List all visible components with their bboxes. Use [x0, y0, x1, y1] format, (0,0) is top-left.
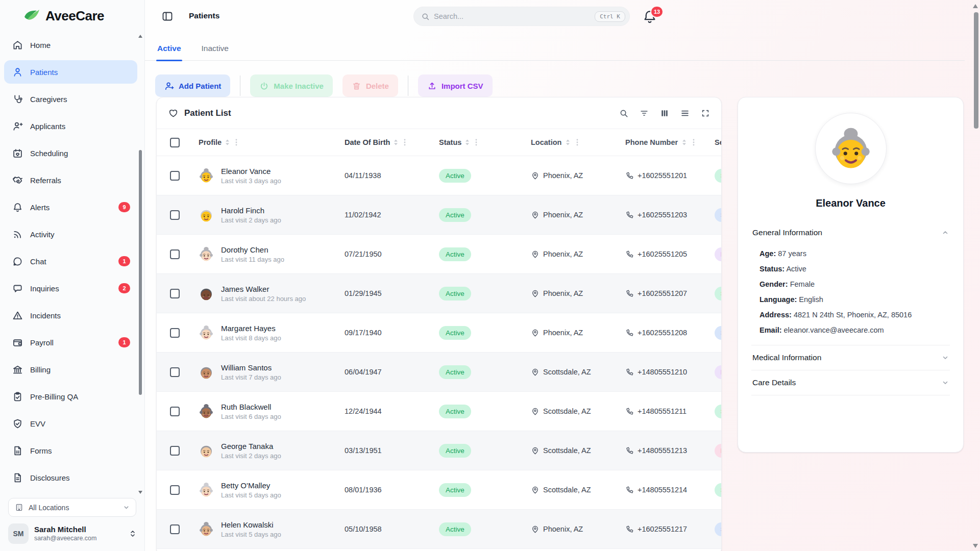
- add-patient-button[interactable]: Add Patient: [155, 74, 230, 97]
- table-row[interactable]: Ruth Blackwell Last visit 6 days ago 12/…: [157, 392, 721, 431]
- table-row[interactable]: Eleanor Vance Last visit 3 days ago 04/1…: [157, 156, 721, 195]
- sidebar-item-forms[interactable]: Forms: [4, 439, 137, 462]
- divider: [751, 395, 950, 395]
- delete-button[interactable]: Delete: [342, 74, 398, 97]
- brand-name: AveeCare: [45, 8, 104, 24]
- service-badge: H: [715, 444, 722, 458]
- tab-inactive[interactable]: Inactive: [202, 44, 229, 60]
- search-bar[interactable]: Ctrl K: [413, 7, 630, 26]
- notifications-button[interactable]: 13: [642, 9, 657, 24]
- patient-name[interactable]: William Santos: [221, 363, 281, 372]
- sidebar-item-incidents[interactable]: Incidents: [4, 304, 137, 327]
- columns-icon[interactable]: [660, 109, 669, 118]
- sidebar-item-inquiries[interactable]: Inquiries 2: [4, 277, 137, 300]
- search-input[interactable]: [434, 12, 591, 20]
- page-scroll-down-arrow[interactable]: [973, 544, 978, 548]
- sidebar-item-patients[interactable]: Patients: [4, 60, 137, 84]
- user-menu[interactable]: SM Sarah Mitchell sarah@aveecare.com: [8, 523, 136, 544]
- table-row[interactable]: George Tanaka Last visit 2 days ago 03/1…: [157, 431, 721, 470]
- row-checkbox[interactable]: [170, 328, 180, 338]
- column-menu-icon[interactable]: [576, 139, 578, 146]
- sidebar-item-pre-billing-qa[interactable]: Pre-Billing QA: [4, 385, 137, 408]
- row-checkbox[interactable]: [170, 289, 180, 298]
- sidebar-item-caregivers[interactable]: Caregivers: [4, 87, 137, 111]
- patient-name[interactable]: Margaret Hayes: [221, 324, 281, 333]
- table-search-icon[interactable]: [619, 109, 628, 118]
- sort-icon[interactable]: [225, 139, 230, 146]
- table-row[interactable]: Betty O'Malley Last visit 5 days ago 08/…: [157, 470, 721, 510]
- general-information-header[interactable]: General Information: [751, 220, 950, 245]
- page-scrollbar-thumb[interactable]: [974, 12, 978, 129]
- table-row[interactable]: Helen Kowalski Last visit 5 days ago 05/…: [157, 510, 721, 549]
- sidebar-item-billing[interactable]: Billing: [4, 358, 137, 381]
- patient-detail-avatar: [815, 113, 887, 184]
- sort-icon[interactable]: [393, 139, 399, 146]
- care-details-header[interactable]: Care Details: [751, 370, 950, 395]
- row-checkbox[interactable]: [170, 171, 180, 181]
- status-badge: Active: [439, 287, 471, 300]
- sidebar-item-referrals[interactable]: Referrals: [4, 168, 137, 192]
- patient-name[interactable]: James Walker: [221, 285, 306, 293]
- sidebar: AveeCare Home Patients Caregivers Applic…: [0, 0, 145, 551]
- row-density-icon[interactable]: [680, 109, 690, 118]
- import-csv-button[interactable]: Import CSV: [418, 74, 493, 97]
- patient-avatar: [199, 286, 214, 301]
- patient-name[interactable]: George Tanaka: [221, 442, 281, 450]
- sidebar-item-activity[interactable]: Activity: [4, 222, 137, 246]
- make-inactive-button[interactable]: Make Inactive: [250, 74, 333, 97]
- page-scroll-up-arrow[interactable]: [973, 4, 978, 8]
- column-menu-icon[interactable]: [235, 139, 237, 146]
- sidebar-item-scheduling[interactable]: Scheduling: [4, 141, 137, 165]
- row-checkbox[interactable]: [170, 446, 180, 456]
- sort-icon[interactable]: [681, 139, 687, 146]
- column-menu-icon[interactable]: [693, 139, 695, 146]
- column-header-date-of-birth: Date Of Birth: [338, 138, 433, 146]
- row-checkbox[interactable]: [170, 524, 180, 534]
- field-value: eleanor.vance@aveecare.com: [784, 326, 884, 334]
- row-checkbox[interactable]: [170, 249, 180, 259]
- sort-icon[interactable]: [565, 139, 571, 146]
- fullscreen-icon[interactable]: [701, 109, 710, 118]
- table-row[interactable]: William Santos Last visit 7 days ago 06/…: [157, 353, 721, 392]
- patient-phone: +16025551203: [638, 211, 687, 219]
- patient-dob: 01/29/1945: [338, 289, 433, 297]
- patient-avatar: [199, 364, 214, 380]
- tab-active[interactable]: Active: [157, 44, 181, 60]
- sidebar-item-home[interactable]: Home: [4, 33, 137, 57]
- row-checkbox[interactable]: [170, 210, 180, 220]
- sidebar-item-payroll[interactable]: Payroll 1: [4, 331, 137, 354]
- row-checkbox[interactable]: [170, 367, 180, 377]
- table-row[interactable]: Margaret Hayes Last visit 8 days ago 09/…: [157, 313, 721, 353]
- patient-name[interactable]: Helen Kowalski: [221, 520, 281, 529]
- patient-avatar: [199, 521, 214, 537]
- field-value: Active: [786, 265, 806, 273]
- column-menu-icon[interactable]: [404, 139, 406, 146]
- row-checkbox[interactable]: [170, 407, 180, 416]
- sidebar-item-evv[interactable]: EVV: [4, 412, 137, 435]
- column-menu-icon[interactable]: [475, 139, 477, 146]
- medical-information-header[interactable]: Medical Information: [751, 345, 950, 370]
- patient-name[interactable]: Dorothy Chen: [221, 245, 284, 254]
- inquiries-icon: [12, 283, 23, 294]
- patient-name[interactable]: Ruth Blackwell: [221, 403, 281, 411]
- patient-last-visit: Last visit about 22 hours ago: [221, 295, 306, 303]
- sidebar-item-chat[interactable]: Chat 1: [4, 249, 137, 273]
- patient-name[interactable]: Eleanor Vance: [221, 167, 281, 176]
- table-row[interactable]: Dorothy Chen Last visit 11 days ago 07/2…: [157, 235, 721, 274]
- location-filter-select[interactable]: All Locations: [8, 498, 136, 517]
- patient-last-visit: Last visit 8 days ago: [221, 334, 281, 342]
- row-checkbox[interactable]: [170, 485, 180, 495]
- sidebar-toggle-icon[interactable]: [162, 11, 173, 22]
- table-row[interactable]: James Walker Last visit about 22 hours a…: [157, 274, 721, 313]
- sidebar-item-disclosures[interactable]: Disclosures: [4, 466, 137, 489]
- table-row[interactable]: Harold Finch Last visit 2 days ago 11/02…: [157, 195, 721, 235]
- patient-name[interactable]: Betty O'Malley: [221, 481, 281, 490]
- filter-icon[interactable]: [640, 109, 649, 118]
- sidebar-scroll-up-arrow[interactable]: [138, 35, 142, 38]
- sidebar-scrollbar-thumb[interactable]: [139, 150, 142, 395]
- sort-icon[interactable]: [464, 139, 470, 146]
- patient-name[interactable]: Harold Finch: [221, 206, 281, 215]
- sidebar-item-applicants[interactable]: Applicants: [4, 114, 137, 138]
- sidebar-item-alerts[interactable]: Alerts 9: [4, 195, 137, 219]
- select-all-checkbox[interactable]: [170, 138, 180, 147]
